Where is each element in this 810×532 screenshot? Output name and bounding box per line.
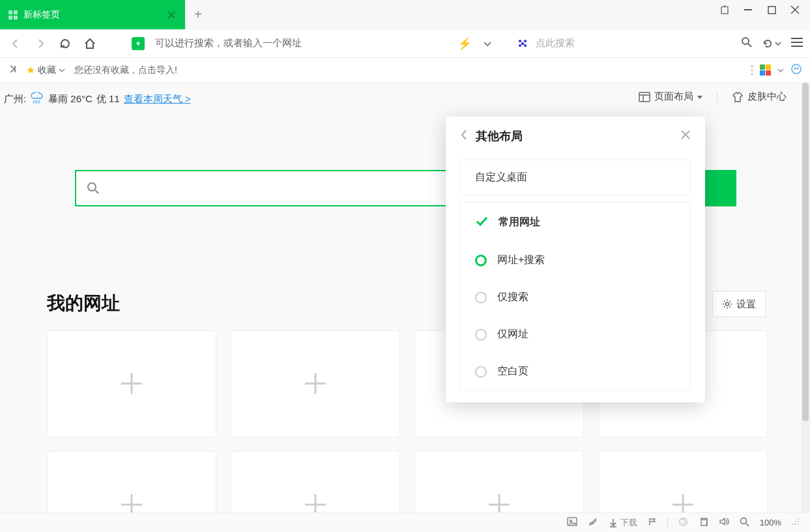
- rocket-icon[interactable]: [588, 516, 598, 529]
- svg-point-70: [798, 524, 799, 525]
- minimize-button[interactable]: [742, 4, 754, 16]
- svg-point-63: [740, 518, 746, 524]
- svg-marker-34: [697, 96, 702, 99]
- add-site-tile[interactable]: [414, 451, 584, 512]
- svg-point-69: [795, 524, 796, 525]
- lightning-icon[interactable]: ⚡: [457, 36, 472, 51]
- reload-button[interactable]: [56, 35, 74, 53]
- add-site-tile[interactable]: [47, 451, 216, 512]
- layout-popup: 其他布局 自定义桌面 常用网址 网址+搜索 仅搜索 仅网址 空: [446, 117, 705, 402]
- svg-point-66: [795, 521, 796, 522]
- radio-icon: [475, 329, 487, 341]
- apps-dropdown[interactable]: [777, 67, 784, 74]
- baidu-icon[interactable]: [516, 37, 529, 50]
- more-icon[interactable]: [751, 65, 753, 76]
- new-tab-button[interactable]: +: [185, 0, 211, 29]
- sidebar-toggle[interactable]: [8, 64, 17, 76]
- chat-icon[interactable]: [790, 63, 802, 77]
- weather-link[interactable]: 查看本周天气 >: [124, 93, 191, 105]
- mute-icon[interactable]: [719, 517, 729, 528]
- add-site-tile[interactable]: [598, 451, 768, 512]
- gear-icon: [722, 299, 732, 309]
- main-search-button[interactable]: [704, 170, 736, 206]
- search-icon[interactable]: [741, 36, 753, 51]
- popup-close-button[interactable]: [680, 130, 691, 143]
- home-button[interactable]: [81, 35, 99, 53]
- screenshot-icon[interactable]: [567, 517, 577, 528]
- svg-point-11: [519, 40, 521, 42]
- search-input[interactable]: 点此搜索: [536, 37, 734, 49]
- svg-point-22: [751, 65, 753, 67]
- tab-close-button[interactable]: [166, 9, 177, 21]
- svg-point-67: [798, 521, 799, 522]
- address-bar[interactable]: 可以进行搜索，或者输入一个网址: [151, 37, 451, 49]
- svg-rect-2: [8, 16, 12, 20]
- favorites-label: 收藏: [38, 64, 56, 76]
- popup-option-label: 仅网址: [497, 328, 528, 341]
- window-controls: [719, 0, 810, 16]
- layout-icon: [639, 92, 650, 102]
- rain-icon: [30, 92, 44, 107]
- settings-button[interactable]: 设置: [712, 291, 766, 317]
- svg-line-30: [38, 100, 40, 104]
- svg-point-15: [521, 42, 524, 44]
- zoom-level[interactable]: 100%: [760, 518, 781, 527]
- status-sep: [667, 518, 668, 528]
- add-site-tile[interactable]: [47, 330, 216, 437]
- star-icon: ★: [26, 64, 35, 76]
- skin-label: 皮肤中心: [747, 91, 787, 103]
- wardrobe-icon[interactable]: [719, 4, 730, 16]
- download-label: 下载: [620, 517, 637, 529]
- popup-option-frequent[interactable]: 常用网址: [461, 203, 690, 242]
- svg-point-16: [742, 38, 749, 44]
- svg-rect-1: [14, 10, 18, 14]
- chevron-down-icon: [697, 94, 702, 100]
- undo-button[interactable]: [762, 38, 781, 49]
- svg-point-24: [751, 73, 753, 75]
- svg-line-29: [36, 100, 37, 104]
- resize-grip[interactable]: [792, 518, 800, 527]
- weather-city: 广州:: [4, 93, 26, 105]
- scrollbar-thumb[interactable]: [802, 83, 809, 421]
- scrollbar[interactable]: [801, 83, 810, 512]
- tab-grid-icon: [8, 10, 18, 20]
- popup-option-label: 空白页: [497, 365, 528, 378]
- url-dropdown[interactable]: [478, 35, 497, 53]
- favorites-button[interactable]: ★ 收藏: [26, 64, 65, 76]
- layout-label: 页面布局: [654, 91, 693, 103]
- active-tab[interactable]: 新标签页: [0, 0, 185, 29]
- apps-icon[interactable]: [760, 64, 771, 76]
- compat-icon[interactable]: [678, 517, 688, 529]
- popup-custom-desktop[interactable]: 自定义桌面: [460, 160, 691, 195]
- popup-back-button[interactable]: [460, 129, 468, 143]
- popup-option-sites-only[interactable]: 仅网址: [461, 316, 690, 353]
- menu-button[interactable]: [790, 37, 803, 50]
- bookmark-bar: ★ 收藏 您还没有收藏，点击导入!: [0, 58, 810, 83]
- download-icon[interactable]: 下载: [609, 517, 637, 529]
- add-site-tile[interactable]: [231, 330, 400, 437]
- popup-option-label: 网址+搜索: [497, 253, 545, 267]
- search-icon: [87, 182, 100, 195]
- skin-center-button[interactable]: 皮肤中心: [732, 91, 787, 103]
- back-button[interactable]: [7, 35, 25, 53]
- svg-line-17: [748, 44, 751, 47]
- maximize-button[interactable]: [766, 4, 777, 16]
- svg-point-35: [88, 183, 96, 191]
- statusbar: 下载 100%: [0, 512, 810, 532]
- svg-point-68: [792, 524, 794, 525]
- weather-cond: 暴雨 26°C: [48, 93, 93, 105]
- popup-option-search-only[interactable]: 仅搜索: [461, 279, 690, 316]
- close-window-button[interactable]: [789, 4, 801, 16]
- bookmarks-empty-text[interactable]: 您还没有收藏，点击导入!: [74, 64, 177, 76]
- zoom-icon[interactable]: [740, 517, 749, 529]
- svg-rect-3: [14, 16, 18, 20]
- add-site-tile[interactable]: [231, 451, 400, 512]
- restore-icon[interactable]: [699, 517, 708, 529]
- shield-icon[interactable]: +: [132, 37, 145, 50]
- popup-custom-label: 自定义桌面: [475, 171, 527, 182]
- popup-option-sites-search[interactable]: 网址+搜索: [461, 242, 690, 279]
- forward-button[interactable]: [31, 35, 50, 53]
- layout-dropdown[interactable]: 页面布局: [639, 91, 702, 103]
- popup-option-blank[interactable]: 空白页: [461, 353, 690, 390]
- flag-icon[interactable]: [648, 517, 657, 528]
